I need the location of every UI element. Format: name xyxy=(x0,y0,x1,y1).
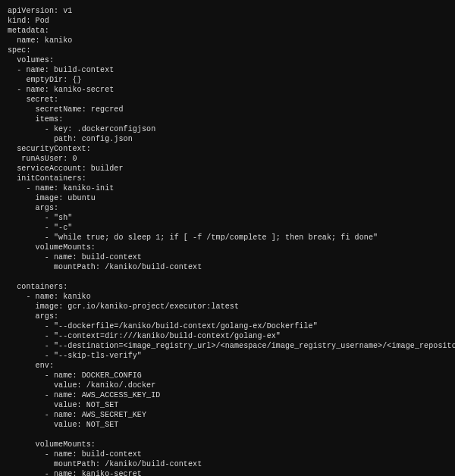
l-vol1-secret: secret: xyxy=(8,96,58,104)
l-ic0-arg2: - "while true; do sleep 1; if [ -f /tmp/… xyxy=(8,233,378,242)
l-apiVersion: apiVersion: v1 xyxy=(8,7,72,15)
l-c0-vm0-name: - name: build-context xyxy=(8,450,142,459)
l-c0-arg1: - "--context=dir:///kaniko/build-context… xyxy=(8,332,281,340)
l-c0-vm1-name: - name: kaniko-secret xyxy=(8,470,142,476)
l-ic0-arg0: - "sh" xyxy=(8,214,72,222)
l-metadata-name: name: kaniko xyxy=(8,36,72,45)
l-c0-env2-value: value: NOT_SET xyxy=(8,421,118,429)
l-c0-volumeMounts: volumeMounts: xyxy=(8,440,96,449)
l-c0-arg3: - "--skip-tls-verify" xyxy=(8,352,142,360)
l-c0-vm0-mountPath: mountPath: /kaniko/build-context xyxy=(8,460,202,468)
l-c0-name: - name: kaniko xyxy=(8,293,91,301)
l-securityContext: securityContext: xyxy=(8,145,91,153)
l-ic0-image: image: ubuntu xyxy=(8,194,96,202)
l-serviceAccount: serviceAccount: builder xyxy=(8,164,124,173)
l-vol1-secretName: secretName: regcred xyxy=(8,105,124,114)
l-runAsUser: runAsUser: 0 xyxy=(8,155,77,163)
l-containers: containers: xyxy=(8,283,67,291)
l-vol1-items: items: xyxy=(8,115,63,124)
l-ic0-volumeMounts: volumeMounts: xyxy=(8,243,96,252)
l-c0-image: image: gcr.io/kaniko-project/executor:la… xyxy=(8,302,239,311)
l-spec: spec: xyxy=(8,46,31,55)
l-volumes: volumes: xyxy=(8,56,54,64)
l-vol1-item0-key: - key: .dockerconfigjson xyxy=(8,125,155,133)
l-c0-args: args: xyxy=(8,312,58,321)
l-ic0-args: args: xyxy=(8,204,58,212)
l-c0-env: env: xyxy=(8,362,54,370)
l-metadata: metadata: xyxy=(8,27,49,35)
l-c0-env2-name: - name: AWS_SECRET_KEY xyxy=(8,411,146,419)
l-c0-arg2: - "--destination=<image_registry_url>/<n… xyxy=(8,342,455,350)
l-vol1-item0-path: path: config.json xyxy=(8,135,133,143)
l-c0-arg0: - "--dockerfile=/kaniko/build-context/go… xyxy=(8,322,318,330)
l-vol0-emptyDir: emptyDir: {} xyxy=(8,76,82,84)
l-c0-env1-name: - name: AWS_ACCESS_KEY_ID xyxy=(8,391,160,399)
l-vol0-name: - name: build-context xyxy=(8,66,114,74)
l-c0-env1-value: value: NOT_SET xyxy=(8,401,118,409)
l-ic0-arg1: - "-c" xyxy=(8,224,72,232)
l-c0-env0-name: - name: DOCKER_CONFIG xyxy=(8,371,142,380)
l-ic0-vm0-mountPath: mountPath: /kaniko/build-context xyxy=(8,263,202,271)
l-c0-env0-value: value: /kaniko/.docker xyxy=(8,381,155,390)
l-initContainers: initContainers: xyxy=(8,174,86,183)
yaml-code-block: apiVersion: v1 kind: Pod metadata: name:… xyxy=(0,0,455,476)
l-ic0-name: - name: kaniko-init xyxy=(8,184,114,193)
l-vol1-name: - name: kaniko-secret xyxy=(8,86,114,94)
l-kind: kind: Pod xyxy=(8,17,49,25)
l-ic0-vm0-name: - name: build-context xyxy=(8,253,142,261)
